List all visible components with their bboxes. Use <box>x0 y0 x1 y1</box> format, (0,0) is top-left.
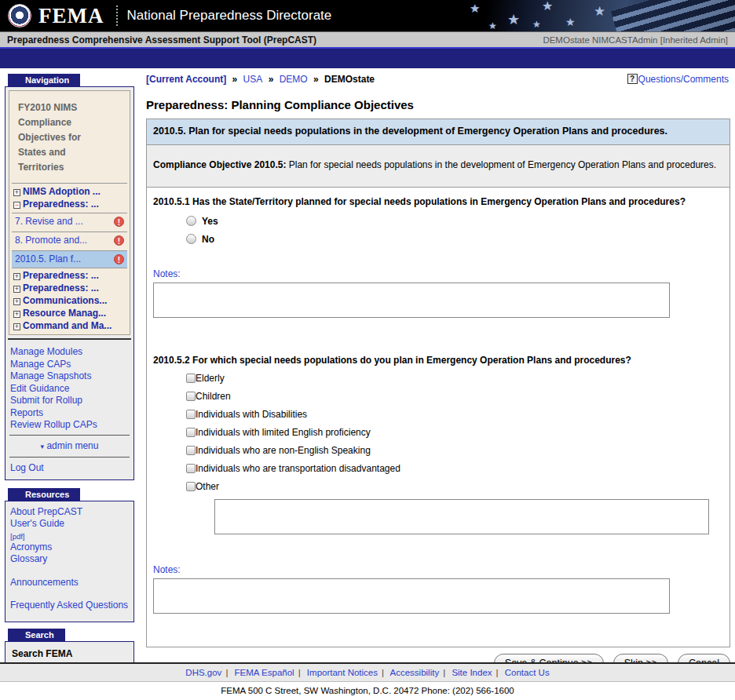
questions-comments-label[interactable]: Questions/Comments <box>638 74 729 85</box>
tree-item-label[interactable]: 2010.5. Plan f... <box>15 253 81 265</box>
logged-in-user: DEMOstate NIMCASTAdmin [Inherited Admin] <box>543 35 728 45</box>
tree-item-label[interactable]: Preparedness: ... <box>23 283 99 293</box>
resources-link-acronyms[interactable]: Acronyms <box>10 541 133 554</box>
yes-radio[interactable] <box>186 216 196 226</box>
non-english-checkbox[interactable] <box>186 446 196 455</box>
checkbox-option-non-english[interactable]: Individuals who are non-English Speaking <box>186 445 723 456</box>
footer-link-fema-espanol[interactable]: FEMA Español <box>235 668 294 677</box>
limited-english-checkbox[interactable] <box>186 428 196 437</box>
breadcrumb-current-account-link[interactable]: [Current Account] <box>146 74 226 85</box>
limited-english-label[interactable]: Individuals with limited English profici… <box>196 427 371 438</box>
footer-link-accessibility[interactable]: Accessibility <box>390 668 440 677</box>
tree-item-label[interactable]: Communications... <box>23 295 107 306</box>
question-2-text: 2010.5.2 For which special needs populat… <box>153 355 723 366</box>
tree-item-label[interactable]: 8. Promote and... <box>15 235 87 246</box>
footer-link-dhs[interactable]: DHS.gov <box>185 668 221 677</box>
flag-star-icon: ★ <box>532 19 541 30</box>
no-radio[interactable] <box>186 234 196 244</box>
logout-link[interactable]: Log Out <box>10 462 44 473</box>
sidebar-link-manage-modules[interactable]: Manage Modules <box>10 346 133 359</box>
objective-form-box: 2010.5. Plan for special needs populatio… <box>146 118 730 647</box>
sidebar-link-reports[interactable]: Reports <box>10 407 133 420</box>
footer-link-site-index[interactable]: Site Index <box>452 668 492 677</box>
resources-link-announcements[interactable]: Announcements <box>10 577 133 589</box>
plus-box-icon[interactable]: + <box>13 189 20 196</box>
tree-item-resource-management[interactable]: +Resource Manag... <box>12 308 127 320</box>
plus-box-icon[interactable]: + <box>13 323 20 330</box>
tree-item-communications[interactable]: +Communications... <box>12 295 127 308</box>
page-title: Preparedness: Planning Compliance Object… <box>146 98 730 111</box>
tree-item-objective-8[interactable]: 8. Promote and...! <box>12 232 127 249</box>
resources-link-about-prepcast[interactable]: About PrepCAST <box>10 506 133 519</box>
plus-box-icon[interactable]: + <box>13 311 20 318</box>
question-mark-icon: ? <box>627 74 638 84</box>
other-label[interactable]: Other <box>196 481 219 492</box>
elderly-label[interactable]: Elderly <box>196 373 225 384</box>
question-1-text: 2010.5.1 Has the State/Territory planned… <box>153 196 723 207</box>
other-textarea[interactable] <box>214 499 709 534</box>
breadcrumb: [Current Account] » USA » DEMO » DEMOsta… <box>146 74 378 85</box>
non-english-label[interactable]: Individuals who are non-English Speaking <box>196 445 371 456</box>
tree-item-command-management[interactable]: +Command and Ma... <box>12 320 127 333</box>
elderly-checkbox[interactable] <box>186 374 196 383</box>
question-1-notes-textarea[interactable] <box>153 283 670 318</box>
sidebar-link-manage-snapshots[interactable]: Manage Snapshots <box>10 370 133 383</box>
tree-item-objective-2010-5-selected[interactable]: 2010.5. Plan f...! <box>12 250 127 268</box>
footer-link-contact-us[interactable]: Contact Us <box>505 668 550 677</box>
warning-icon: ! <box>114 217 124 227</box>
plus-box-icon[interactable]: + <box>13 273 20 280</box>
sidebar-link-review-rollup-caps[interactable]: Review Rollup CAPs <box>10 419 133 432</box>
sidebar-link-edit-guidance[interactable]: Edit Guidance <box>10 383 133 396</box>
other-checkbox[interactable] <box>186 482 196 491</box>
sidebar-link-submit-for-rollup[interactable]: Submit for Rollup <box>10 395 133 407</box>
tree-item-preparedness-2[interactable]: +Preparedness: ... <box>12 270 127 283</box>
tree-item-label[interactable]: Command and Ma... <box>23 320 112 331</box>
plus-box-icon[interactable]: + <box>13 298 20 305</box>
checkbox-option-transportation[interactable]: Individuals who are transportation disad… <box>186 463 723 474</box>
chevron-down-icon: ▾ <box>41 443 45 450</box>
sidebar-link-manage-caps[interactable]: Manage CAPs <box>10 359 133 371</box>
resources-link-glossary[interactable]: Glossary <box>10 553 133 566</box>
objective-banner: 2010.5. Plan for special needs populatio… <box>147 119 730 145</box>
disabilities-label[interactable]: Individuals with Disabilities <box>196 409 307 420</box>
resources-link-users-guide[interactable]: User's Guide <box>10 518 133 530</box>
plus-box-icon[interactable]: + <box>13 286 20 293</box>
transportation-label[interactable]: Individuals who are transportation disad… <box>196 463 400 474</box>
tree-item-label[interactable]: Preparedness: ... <box>23 199 99 210</box>
warning-icon: ! <box>114 254 124 264</box>
children-checkbox[interactable] <box>186 392 196 401</box>
breadcrumb-demo-link[interactable]: DEMO <box>280 74 308 85</box>
questions-comments-link[interactable]: ? Questions/Comments <box>627 74 729 85</box>
radio-option-no[interactable]: No <box>186 234 723 245</box>
minus-box-icon[interactable]: − <box>13 202 20 209</box>
yes-label[interactable]: Yes <box>202 216 218 227</box>
no-label[interactable]: No <box>202 234 214 245</box>
children-label[interactable]: Children <box>196 391 231 402</box>
transportation-checkbox[interactable] <box>186 464 196 473</box>
checkbox-option-limited-english[interactable]: Individuals with limited English profici… <box>186 427 723 438</box>
disabilities-checkbox[interactable] <box>186 410 196 419</box>
admin-menu-label[interactable]: admin menu <box>46 440 98 451</box>
footer-link-important-notices[interactable]: Important Notices <box>307 668 378 677</box>
masthead: ★ FEMA National Preparedness Directorate… <box>0 0 735 31</box>
breadcrumb-usa-link[interactable]: USA <box>243 74 263 85</box>
tree-item-label[interactable]: 7. Revise and ... <box>15 216 83 228</box>
checkbox-option-other[interactable]: Other <box>186 481 723 492</box>
checkbox-option-children[interactable]: Children <box>186 391 723 402</box>
tree-item-preparedness-open[interactable]: −Preparedness: ... <box>12 199 127 211</box>
resources-link-faq[interactable]: Frequently Asked Questions <box>10 600 133 612</box>
radio-option-yes[interactable]: Yes <box>186 216 723 227</box>
tree-item-objective-7[interactable]: 7. Revise and ...! <box>12 213 127 230</box>
compliance-objective-text: Plan for special needs populations in th… <box>289 159 716 170</box>
checkbox-option-disabilities[interactable]: Individuals with Disabilities <box>186 409 723 420</box>
checkbox-option-elderly[interactable]: Elderly <box>186 373 723 384</box>
tree-item-label[interactable]: NIMS Adoption ... <box>23 186 101 197</box>
tree-item-label[interactable]: Preparedness: ... <box>23 270 99 281</box>
tree-item-preparedness-3[interactable]: +Preparedness: ... <box>12 283 127 295</box>
tree-item-nims-adoption[interactable]: +NIMS Adoption ... <box>12 186 127 199</box>
tree-item-label[interactable]: Resource Manag... <box>23 308 106 319</box>
resources-section-tab: Resources <box>8 488 80 501</box>
question-2-notes-textarea[interactable] <box>153 578 670 614</box>
navigation-tree: +NIMS Adoption ... −Preparedness: ... 7.… <box>12 183 127 333</box>
admin-menu-toggle[interactable]: ▾ admin menu <box>5 436 133 457</box>
